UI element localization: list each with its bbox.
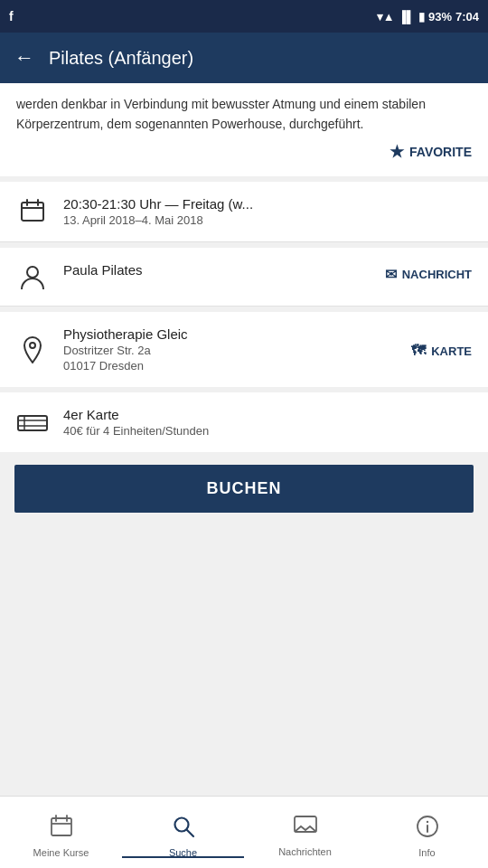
favorite-button[interactable]: ★ FAVORITE — [389, 142, 472, 162]
schedule-card: 20:30-21:30 Uhr — Freitag (w... 13. Apri… — [0, 182, 488, 242]
ticket-name: 4er Karte — [63, 407, 472, 422]
suche-icon — [172, 815, 195, 844]
nav-info[interactable]: Info — [366, 807, 488, 858]
favorite-row: ★ FAVORITE — [0, 135, 488, 176]
svg-rect-6 — [18, 416, 47, 430]
wifi-icon: ▾▲ — [377, 10, 395, 24]
facebook-icon: f — [9, 9, 14, 24]
instructor-name: Paula Pilates — [63, 262, 371, 278]
message-label: NACHRICHT — [402, 268, 472, 281]
svg-rect-0 — [22, 203, 43, 221]
favorite-label: FAVORITE — [409, 145, 472, 159]
message-button[interactable]: ✉ NACHRICHT — [385, 262, 472, 283]
location-name: Physiotherapie Gleic — [63, 326, 397, 342]
schedule-dates: 13. April 2018–4. Mai 2018 — [63, 213, 472, 227]
person-icon — [16, 262, 49, 291]
location-card: Physiotherapie Gleic Dostritzer Str. 2a … — [0, 312, 488, 387]
schedule-info: 20:30-21:30 Uhr — Freitag (w... 13. Apri… — [63, 196, 472, 227]
info-icon — [416, 815, 439, 844]
location-city: 01017 Dresden — [63, 359, 397, 373]
ticket-desc: 40€ für 4 Einheiten/Stunden — [63, 424, 472, 438]
instructor-info: Paula Pilates — [63, 262, 371, 278]
nav-meine-kurse-label: Meine Kurse — [33, 847, 89, 858]
location-street: Dostritzer Str. 2a — [63, 344, 397, 357]
message-icon: ✉ — [385, 266, 397, 283]
nachrichten-icon — [294, 816, 317, 843]
book-button[interactable]: BUCHEN — [14, 465, 474, 513]
nav-meine-kurse[interactable]: Meine Kurse — [0, 807, 122, 858]
meine-kurse-icon — [50, 815, 73, 844]
main-content: werden denkbar in Verbindung mit bewusst… — [0, 83, 488, 796]
battery-percent: 93% — [428, 10, 452, 24]
back-button[interactable]: ← — [14, 46, 34, 70]
app-header: ← Pilates (Anfänger) — [0, 33, 488, 83]
battery-icon: ▮ — [418, 10, 425, 24]
page-title: Pilates (Anfänger) — [49, 48, 193, 69]
location-icon — [16, 335, 49, 363]
signal-icon: ▐▌ — [399, 10, 415, 24]
ticket-card: 4er Karte 40€ für 4 Einheiten/Stunden — [0, 392, 488, 452]
nav-nachrichten[interactable]: Nachrichten — [244, 808, 366, 857]
intro-text: werden denkbar in Verbindung mit bewusst… — [16, 94, 472, 135]
time: 7:04 — [455, 10, 479, 24]
map-label: KARTE — [431, 344, 472, 358]
map-icon: 🗺 — [411, 343, 426, 359]
status-bar: f ▾▲ ▐▌ ▮ 93% 7:04 — [0, 0, 488, 33]
calendar-icon — [16, 196, 49, 223]
nav-suche[interactable]: Suche — [122, 807, 244, 858]
location-info: Physiotherapie Gleic Dostritzer Str. 2a … — [63, 326, 397, 373]
svg-point-5 — [30, 343, 35, 348]
intro-card: werden denkbar in Verbindung mit bewusst… — [0, 83, 488, 135]
instructor-card: Paula Pilates ✉ NACHRICHT — [0, 248, 488, 307]
nav-nachrichten-label: Nachrichten — [278, 846, 332, 857]
nav-info-label: Info — [418, 847, 435, 858]
svg-point-4 — [27, 267, 38, 278]
star-icon: ★ — [389, 142, 404, 162]
ticket-icon — [16, 411, 49, 433]
schedule-time: 20:30-21:30 Uhr — Freitag (w... — [63, 196, 472, 212]
bottom-nav: Meine Kurse Suche Nachrichten — [0, 796, 488, 868]
ticket-info: 4er Karte 40€ für 4 Einheiten/Stunden — [63, 407, 472, 438]
svg-point-19 — [426, 820, 427, 822]
svg-rect-10 — [52, 818, 71, 835]
map-button[interactable]: 🗺 KARTE — [411, 339, 472, 359]
svg-line-15 — [187, 830, 193, 836]
